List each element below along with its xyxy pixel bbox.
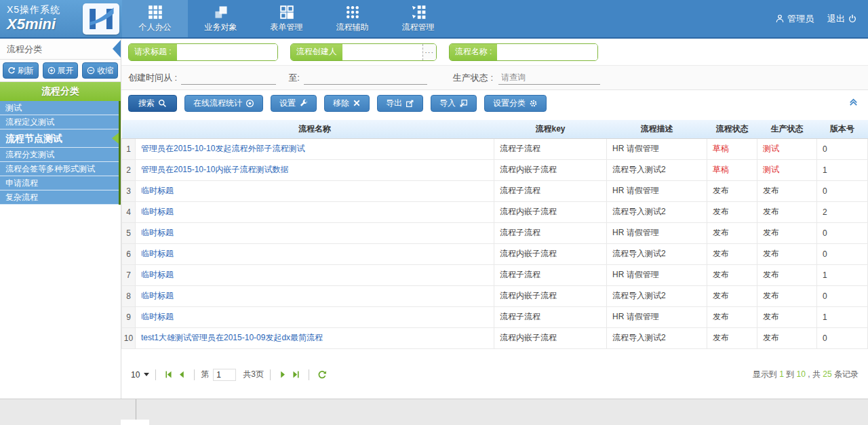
refresh-button[interactable]: 刷新 <box>3 62 39 79</box>
splitter-handle[interactable] <box>121 420 149 425</box>
process-link[interactable]: 临时标题 <box>141 291 174 300</box>
prod-state-label: 生产状态 : <box>453 72 493 84</box>
table-row[interactable]: 9 临时标题 流程子流程 HR 请假管理 发布 发布 1 <box>122 306 868 327</box>
last-page-button[interactable] <box>292 370 300 379</box>
process-link[interactable]: 管理员在2015-10-10内嵌子流程测试数据 <box>141 165 288 174</box>
tab-form-management[interactable]: 表单管理 <box>254 0 319 37</box>
col-process-state: 流程状态 <box>707 120 757 138</box>
created-to-input[interactable] <box>304 71 427 85</box>
col-process-name: 流程名称 <box>136 120 494 138</box>
status-badge: 发布 <box>707 222 757 243</box>
col-process-desc: 流程描述 <box>607 120 707 138</box>
col-prod-state: 生产状态 <box>757 120 817 138</box>
sidebar-item-countersign-test[interactable]: 流程会签等多种形式测试 <box>0 162 119 176</box>
process-link[interactable]: 管理员在2015-10-10发起流程外部子流程测试 <box>141 144 304 153</box>
table-row[interactable]: 6 临时标题 流程内嵌子流程 流程导入测试2 发布 发布 0 <box>122 243 868 264</box>
pagination-bar: 10 第 共3页 显示到 1 到 10 <box>121 365 868 384</box>
sidebar-item-complex-process[interactable]: 复杂流程 <box>0 190 119 205</box>
dots-grid-icon <box>345 5 360 20</box>
page-size-select[interactable]: 10 <box>131 370 149 380</box>
sidebar-item-test[interactable]: 测试 <box>0 101 119 115</box>
logo-panel: X5操作系统 X5mini <box>0 0 122 37</box>
selected-item-arrow-icon <box>112 133 119 144</box>
settings-button[interactable]: 设置 <box>271 95 317 112</box>
prod-status-badge: 发布 <box>757 306 817 327</box>
tab-business-objects[interactable]: 业务对象 <box>188 0 254 37</box>
collapse-search-chevron-icon[interactable] <box>848 97 859 107</box>
search-icon <box>158 99 167 108</box>
search-button[interactable]: 搜索 <box>128 95 177 112</box>
grid-squares-icon <box>148 5 163 20</box>
prod-status-badge: 发布 <box>757 327 817 348</box>
import-icon <box>459 99 468 108</box>
system-name: X5操作系统 <box>7 4 60 16</box>
next-page-button[interactable] <box>279 370 288 379</box>
brand: X5操作系统 X5mini <box>7 4 60 33</box>
prev-page-button[interactable] <box>177 370 186 379</box>
prod-status-badge: 发布 <box>757 180 817 201</box>
table-row[interactable]: 4 临时标题 流程内嵌子流程 流程导入测试2 发布 发布 2 <box>122 201 868 222</box>
logout-label: 退出 <box>827 13 845 25</box>
process-link[interactable]: 临时标题 <box>141 270 174 279</box>
gear-icon <box>529 99 538 108</box>
tree-title: 流程分类 <box>41 85 79 98</box>
app-window: X5操作系统 X5mini 个人办公 业务对象 表单管理 流程辅助 <box>0 0 868 425</box>
expand-button[interactable]: 展开 <box>43 62 79 79</box>
tab-personal-office[interactable]: 个人办公 <box>122 0 188 37</box>
creator-picker-button[interactable]: ··· <box>422 44 436 60</box>
import-button[interactable]: 导入 <box>431 95 477 112</box>
status-badge: 发布 <box>707 285 757 306</box>
main-panel: 请求标题 : 流程创建人 ··· 流程名称 : 创建时间从 : 至: <box>121 39 868 399</box>
divider <box>309 369 309 380</box>
table-row[interactable]: 5 临时标题 流程子流程 HR 请假管理 发布 发布 0 <box>122 222 868 243</box>
process-link[interactable]: 临时标题 <box>141 207 174 216</box>
process-link[interactable]: 临时标题 <box>141 312 174 321</box>
status-badge: 发布 <box>707 264 757 285</box>
current-page-input[interactable] <box>213 369 236 381</box>
current-user[interactable]: 管理员 <box>775 13 814 25</box>
status-badge: 草稿 <box>707 159 757 180</box>
table-row[interactable]: 3 临时标题 流程子流程 HR 请假管理 发布 发布 0 <box>122 180 868 201</box>
sidebar-item-process-branch-test[interactable]: 流程分支测试 <box>0 148 119 162</box>
first-page-button[interactable] <box>164 370 173 379</box>
process-link[interactable]: test1大雄测试管理员在2015-10-09发起dx最简流程 <box>141 333 323 342</box>
table-row[interactable]: 2 管理员在2015-10-10内嵌子流程测试数据 流程内嵌子流程 流程导入测试… <box>122 159 868 180</box>
prod-state-input[interactable] <box>498 71 600 85</box>
creator-input[interactable] <box>342 44 422 60</box>
plus-circle-icon <box>47 66 56 75</box>
online-process-stats-button[interactable]: 在线流程统计 <box>184 95 263 112</box>
sidebar-collapse-arrow-icon[interactable] <box>113 40 121 58</box>
process-name-input[interactable] <box>497 44 597 60</box>
logout-button[interactable]: 退出 <box>827 13 857 25</box>
collapse-button[interactable]: 收缩 <box>82 62 118 79</box>
set-category-button[interactable]: 设置分类 <box>484 95 547 112</box>
user-area: 管理员 退出 <box>775 0 868 37</box>
request-title-label: 请求标题 : <box>129 44 177 60</box>
request-title-input[interactable] <box>177 44 277 60</box>
remove-button[interactable]: 移除 <box>324 95 370 112</box>
sidebar-item-process-node-test[interactable]: 流程节点测试 <box>0 129 119 148</box>
table-row[interactable]: 1 管理员在2015-10-10发起流程外部子流程测试 流程子流程 HR 请假管… <box>122 138 868 159</box>
process-link[interactable]: 临时标题 <box>141 186 174 195</box>
reload-grid-button[interactable] <box>317 370 327 380</box>
created-from-input[interactable] <box>181 71 276 85</box>
prod-status-badge: 测试 <box>757 138 817 159</box>
tab-label: 个人办公 <box>139 22 172 33</box>
sidebar-item-process-definition-test[interactable]: 流程定义测试 <box>0 115 119 129</box>
table-row[interactable]: 8 临时标题 流程内嵌子流程 流程导入测试2 发布 发布 0 <box>122 285 868 306</box>
sidebar: 流程分类 刷新 展开 收缩 流程分类 <box>0 39 121 399</box>
sidebar-item-apply-process[interactable]: 申请流程 <box>0 176 119 190</box>
tab-process-management[interactable]: 流程管理 <box>385 0 451 37</box>
x-icon <box>353 99 361 107</box>
process-link[interactable]: 临时标题 <box>141 228 174 237</box>
expand-label: 展开 <box>58 65 74 77</box>
tab-process-assist[interactable]: 流程辅助 <box>319 0 385 37</box>
export-button[interactable]: 导出 <box>377 95 423 112</box>
refresh-icon <box>7 66 16 75</box>
table-row[interactable]: 10 test1大雄测试管理员在2015-10-09发起dx最简流程 流程内嵌子… <box>122 327 868 348</box>
table-row[interactable]: 7 临时标题 流程子流程 HR 请假管理 发布 发布 1 <box>122 264 868 285</box>
creator-group: 流程创建人 ··· <box>290 43 437 61</box>
process-link[interactable]: 临时标题 <box>141 249 174 258</box>
bottom-splitter-strip <box>0 399 868 425</box>
sidebar-toolbar: 刷新 展开 收缩 <box>0 60 121 82</box>
